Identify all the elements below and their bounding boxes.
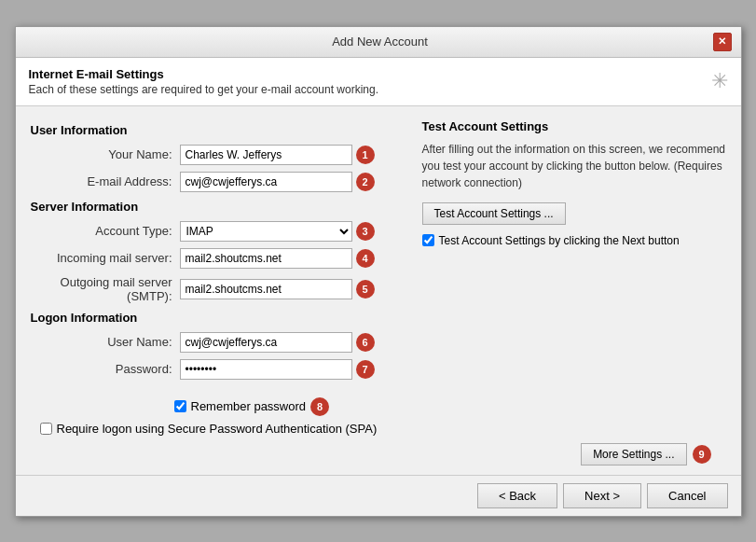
add-new-account-dialog: Add New Account ✕ Internet E-mail Settin… bbox=[15, 26, 742, 517]
outgoing-server-input-wrap: 5 bbox=[180, 279, 375, 299]
more-settings-row: More Settings ... 9 bbox=[31, 443, 726, 471]
back-button[interactable]: < Back bbox=[477, 483, 557, 508]
incoming-server-input[interactable] bbox=[180, 248, 352, 269]
your-name-row: Your Name: 1 bbox=[31, 145, 404, 165]
email-address-label: E-mail Address: bbox=[31, 174, 180, 188]
user-info-title: User Information bbox=[31, 123, 404, 137]
badge-5: 5 bbox=[356, 280, 375, 299]
server-info-title: Server Information bbox=[31, 200, 404, 214]
badge-3: 3 bbox=[356, 222, 375, 241]
password-label: Password: bbox=[31, 362, 180, 376]
test-account-desc: After filling out the information on thi… bbox=[422, 141, 726, 191]
close-button[interactable]: ✕ bbox=[713, 33, 732, 51]
spa-checkbox[interactable] bbox=[40, 423, 52, 435]
badge-9: 9 bbox=[693, 445, 711, 464]
internet-settings-title: Internet E-mail Settings bbox=[29, 67, 379, 81]
badge-8: 8 bbox=[310, 397, 329, 416]
remember-password-row: Remember password 8 bbox=[31, 397, 726, 416]
left-panel: User Information Your Name: 1 E-mail Add… bbox=[31, 119, 404, 386]
bottom-area: Remember password 8 Require logon using … bbox=[16, 394, 741, 475]
outgoing-server-row: Outgoing mail server (SMTP): 5 bbox=[31, 275, 404, 303]
your-name-input[interactable] bbox=[180, 145, 352, 165]
user-name-label: User Name: bbox=[31, 335, 180, 349]
test-by-next-checkbox[interactable] bbox=[422, 234, 434, 246]
badge-7: 7 bbox=[356, 360, 375, 379]
internet-settings-text: Internet E-mail Settings Each of these s… bbox=[29, 67, 379, 96]
email-address-input[interactable] bbox=[180, 172, 352, 192]
next-button[interactable]: Next > bbox=[563, 483, 641, 508]
user-name-input-wrap: 6 bbox=[180, 332, 375, 353]
your-name-input-wrap: 1 bbox=[180, 145, 375, 165]
badge-2: 2 bbox=[356, 173, 375, 191]
cancel-button[interactable]: Cancel bbox=[647, 483, 727, 508]
outgoing-server-input[interactable] bbox=[180, 279, 352, 299]
user-name-row: User Name: 6 bbox=[31, 332, 404, 353]
badge-4: 4 bbox=[356, 249, 375, 268]
incoming-server-row: Incoming mail server: 4 bbox=[31, 248, 404, 269]
internet-settings-desc: Each of these settings are required to g… bbox=[29, 83, 379, 96]
test-account-title: Test Account Settings bbox=[422, 119, 726, 133]
account-type-row: Account Type: IMAP POP3 Exchange 3 bbox=[31, 221, 404, 242]
your-name-label: Your Name: bbox=[31, 147, 180, 161]
incoming-server-label: Incoming mail server: bbox=[31, 251, 180, 265]
password-input-wrap: 7 bbox=[180, 359, 375, 380]
account-type-select[interactable]: IMAP POP3 Exchange bbox=[180, 221, 352, 242]
account-type-label: Account Type: bbox=[31, 224, 180, 238]
star-icon: ✳ bbox=[711, 69, 728, 93]
right-panel: Test Account Settings After filling out … bbox=[422, 119, 726, 386]
test-by-next-row: Test Account Settings by clicking the Ne… bbox=[422, 234, 726, 247]
test-account-settings-button[interactable]: Test Account Settings ... bbox=[422, 202, 566, 225]
badge-6: 6 bbox=[356, 333, 375, 352]
outgoing-server-label: Outgoing mail server (SMTP): bbox=[31, 275, 180, 303]
user-name-input[interactable] bbox=[180, 332, 352, 353]
remember-password-label: Remember password bbox=[191, 399, 307, 413]
email-address-row: E-mail Address: 2 bbox=[31, 172, 404, 192]
main-content: User Information Your Name: 1 E-mail Add… bbox=[16, 106, 741, 394]
password-row: Password: 7 bbox=[31, 359, 404, 380]
spa-row: Require logon using Secure Password Auth… bbox=[31, 422, 726, 436]
email-address-input-wrap: 2 bbox=[180, 172, 375, 192]
logon-info-title: Logon Information bbox=[31, 311, 404, 325]
more-settings-button[interactable]: More Settings ... bbox=[581, 443, 686, 466]
test-by-next-label: Test Account Settings by clicking the Ne… bbox=[439, 234, 680, 247]
incoming-server-input-wrap: 4 bbox=[180, 248, 375, 269]
footer-bar: < Back Next > Cancel bbox=[16, 475, 741, 516]
spa-label: Require logon using Secure Password Auth… bbox=[57, 422, 378, 436]
dialog-title: Add New Account bbox=[48, 35, 713, 49]
internet-settings-bar: Internet E-mail Settings Each of these s… bbox=[16, 58, 741, 106]
badge-1: 1 bbox=[356, 146, 375, 164]
password-input[interactable] bbox=[180, 359, 352, 380]
account-type-input-wrap: IMAP POP3 Exchange 3 bbox=[180, 221, 375, 242]
title-bar: Add New Account ✕ bbox=[16, 27, 741, 58]
remember-password-checkbox[interactable] bbox=[174, 400, 186, 412]
